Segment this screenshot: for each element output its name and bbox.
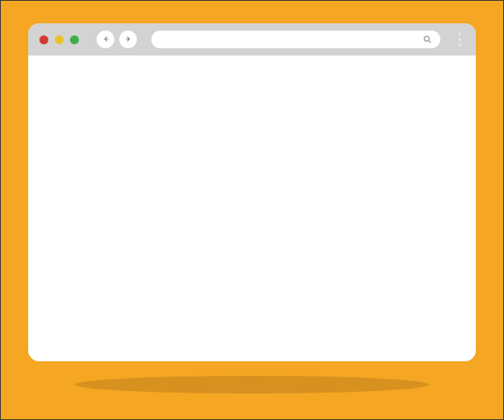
close-button[interactable] [39, 35, 48, 44]
maximize-button[interactable] [70, 35, 79, 44]
window-shadow [75, 376, 429, 393]
browser-window [28, 23, 476, 361]
arrow-left-icon [101, 32, 110, 47]
svg-line-1 [429, 41, 432, 43]
arrow-right-icon [124, 32, 133, 47]
svg-point-0 [424, 36, 429, 41]
traffic-lights [39, 35, 79, 44]
back-button[interactable] [97, 31, 114, 48]
dots-vertical-icon [458, 32, 461, 47]
nav-buttons [97, 31, 137, 48]
menu-button[interactable] [455, 29, 465, 50]
content-area [28, 56, 476, 361]
forward-button[interactable] [119, 31, 137, 48]
address-bar[interactable] [151, 31, 440, 48]
search-icon [423, 35, 432, 44]
minimize-button[interactable] [55, 35, 64, 44]
browser-toolbar [28, 23, 476, 56]
